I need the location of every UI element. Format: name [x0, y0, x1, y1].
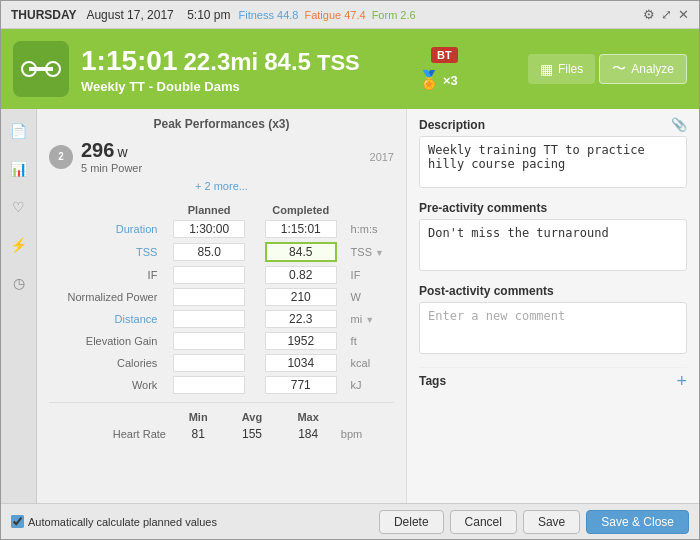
- tags-add-button[interactable]: +: [676, 372, 687, 390]
- titlebar-left: THURSDAY August 17, 2017 5:10 pm Fitness…: [11, 8, 416, 22]
- dropdown-arrow-4[interactable]: ▼: [365, 315, 374, 325]
- mam-table: Min Avg Max Heart Rate 81 155 184 bpm: [49, 409, 394, 443]
- peak-title: Peak Performances (x3): [49, 117, 394, 131]
- completed-input-4[interactable]: [265, 310, 337, 328]
- row-label-6: Calories: [49, 352, 163, 374]
- planned-input-3[interactable]: [173, 288, 245, 306]
- peak-power-value: 296: [81, 139, 114, 162]
- planned-input-2[interactable]: [173, 266, 245, 284]
- delete-button[interactable]: Delete: [379, 510, 444, 534]
- row-label-4: Distance: [49, 308, 163, 330]
- completed-0[interactable]: [255, 218, 347, 240]
- completed-input-7[interactable]: [265, 376, 337, 394]
- stats-row-1: TSSTSS ▼: [49, 240, 394, 264]
- hr-unit: bpm: [337, 425, 394, 443]
- completed-input-3[interactable]: [265, 288, 337, 306]
- bt-badge: BT: [431, 47, 458, 63]
- cancel-button[interactable]: Cancel: [450, 510, 517, 534]
- auto-calc-label[interactable]: Automatically calculate planned values: [11, 515, 217, 528]
- row-label-1: TSS: [49, 240, 163, 264]
- unit-5: ft: [347, 330, 394, 352]
- sidebar-lightning-icon[interactable]: ⚡: [7, 233, 31, 257]
- hr-avg: 155: [224, 425, 279, 443]
- completed-3[interactable]: [255, 286, 347, 308]
- completed-input-1[interactable]: [265, 242, 337, 262]
- planned-5[interactable]: [163, 330, 255, 352]
- planned-7[interactable]: [163, 374, 255, 396]
- planned-input-6[interactable]: [173, 354, 245, 372]
- stats-row-7: WorkkJ: [49, 374, 394, 396]
- completed-input-6[interactable]: [265, 354, 337, 372]
- peak-power-desc: 5 min Power: [81, 162, 142, 174]
- fatigue-metric: Fatigue 47.4: [304, 9, 365, 21]
- planned-header: Planned: [163, 202, 255, 218]
- unit-7: kJ: [347, 374, 394, 396]
- unit-3: W: [347, 286, 394, 308]
- completed-7[interactable]: [255, 374, 347, 396]
- more-link[interactable]: + 2 more...: [49, 180, 394, 192]
- sidebar-chart-icon[interactable]: 📊: [7, 157, 31, 181]
- planned-2[interactable]: [163, 264, 255, 286]
- auto-calc-checkbox[interactable]: [11, 515, 24, 528]
- sidebar-heart-icon[interactable]: ♡: [7, 195, 31, 219]
- unit-header: [347, 202, 394, 218]
- titlebar-controls: ⚙ ⤢ ✕: [643, 7, 689, 22]
- completed-6[interactable]: [255, 352, 347, 374]
- left-sidebar: 📄 📊 ♡ ⚡ ◷: [1, 109, 37, 503]
- planned-input-0[interactable]: [173, 220, 245, 238]
- day-name: THURSDAY: [11, 8, 76, 22]
- content-area: 📄 📊 ♡ ⚡ ◷ Peak Performances (x3) 2 296 w: [1, 109, 699, 503]
- completed-1[interactable]: [255, 240, 347, 264]
- completed-4[interactable]: [255, 308, 347, 330]
- description-textarea[interactable]: Weekly training TT to practice hilly cou…: [419, 136, 687, 188]
- row-label-5: Elevation Gain: [49, 330, 163, 352]
- planned-input-5[interactable]: [173, 332, 245, 350]
- post-comment-textarea[interactable]: Enter a new comment: [419, 302, 687, 354]
- sidebar-clock-icon[interactable]: ◷: [7, 271, 31, 295]
- stats-row-2: IFIF: [49, 264, 394, 286]
- stats-row-4: Distancemi ▼: [49, 308, 394, 330]
- pre-comment-textarea[interactable]: Don't miss the turnaround: [419, 219, 687, 271]
- completed-5[interactable]: [255, 330, 347, 352]
- close-icon[interactable]: ✕: [678, 7, 689, 22]
- planned-0[interactable]: [163, 218, 255, 240]
- bottom-bar: Automatically calculate planned values D…: [1, 503, 699, 539]
- planned-6[interactable]: [163, 352, 255, 374]
- stats-row-3: Normalized PowerW: [49, 286, 394, 308]
- main-panels: Peak Performances (x3) 2 296 w 5 min Pow…: [37, 109, 699, 503]
- tags-section: Tags +: [419, 367, 687, 394]
- peak-power-unit: w: [117, 144, 127, 160]
- titlebar-metrics: Fitness 44.8 Fatigue 47.4 Form 2.6: [238, 9, 415, 21]
- duration-stat: 1:15:01: [81, 45, 178, 77]
- header-right: BT 🏅 ×3: [418, 47, 458, 91]
- peak-entry: 2 296 w 5 min Power 2017: [49, 139, 394, 174]
- completed-input-2[interactable]: [265, 266, 337, 284]
- completed-input-5[interactable]: [265, 332, 337, 350]
- hr-min: 81: [172, 425, 224, 443]
- planned-input-1[interactable]: [173, 243, 245, 261]
- fitness-metric: Fitness 44.8: [238, 9, 298, 21]
- unit-2: IF: [347, 264, 394, 286]
- medal-icon: 🏅: [418, 69, 440, 91]
- hr-label: Heart Rate: [49, 425, 172, 443]
- tags-label: Tags: [419, 374, 446, 388]
- pre-comment-section-title: Pre-activity comments: [419, 201, 687, 215]
- distance-stat: 22.3mi: [184, 48, 259, 76]
- files-tab[interactable]: ▦ Files: [528, 54, 595, 84]
- planned-input-4[interactable]: [173, 310, 245, 328]
- dropdown-arrow-1[interactable]: ▼: [375, 248, 384, 258]
- completed-input-0[interactable]: [265, 220, 337, 238]
- sidebar-file-icon[interactable]: 📄: [7, 119, 31, 143]
- resize-icon[interactable]: ⤢: [661, 7, 672, 22]
- planned-1[interactable]: [163, 240, 255, 264]
- planned-input-7[interactable]: [173, 376, 245, 394]
- planned-3[interactable]: [163, 286, 255, 308]
- completed-2[interactable]: [255, 264, 347, 286]
- settings-icon[interactable]: ⚙: [643, 7, 655, 22]
- tss-stat: 84.5: [264, 48, 311, 76]
- save-close-button[interactable]: Save & Close: [586, 510, 689, 534]
- save-button[interactable]: Save: [523, 510, 580, 534]
- planned-4[interactable]: [163, 308, 255, 330]
- paperclip-icon[interactable]: 📎: [671, 117, 687, 132]
- analyze-tab[interactable]: 〜 Analyze: [599, 54, 687, 84]
